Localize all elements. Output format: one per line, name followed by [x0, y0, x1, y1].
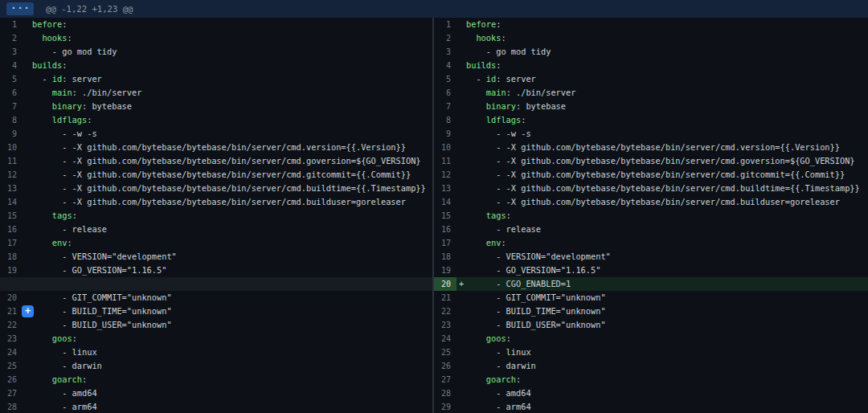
line-number[interactable]: 11	[434, 154, 457, 168]
code-line: env:	[466, 236, 868, 250]
line-number[interactable]: 15	[0, 209, 23, 223]
line-number[interactable]: 26	[434, 359, 457, 373]
line-number[interactable]: 14	[0, 195, 23, 209]
code-line: before:	[466, 18, 868, 31]
line-number[interactable]: 3	[434, 45, 457, 59]
line-number[interactable]: 9	[0, 127, 23, 141]
line-number[interactable]: 13	[434, 182, 457, 195]
line-number[interactable]: 15	[434, 209, 457, 223]
hunk-header: ··· @@ -1,22 +1,23 @@	[0, 0, 868, 18]
line-number[interactable]: 20	[0, 291, 23, 305]
code-line: env:	[32, 236, 432, 250]
code-text: - GO_VERSION="1.16.5"	[32, 265, 166, 275]
line-number[interactable]: 2	[434, 31, 457, 45]
line-number[interactable]: 5	[434, 72, 457, 86]
add-comment-button[interactable]: +	[22, 305, 34, 317]
ellipsis-icon: ···	[10, 3, 31, 13]
line-number[interactable]: 10	[434, 141, 457, 154]
line-number[interactable]: 26	[0, 373, 23, 386]
line-number[interactable]: 18	[434, 250, 457, 264]
line-number[interactable]: 20	[434, 277, 457, 291]
yaml-key: goarch	[52, 374, 82, 384]
line-number[interactable]: 11	[0, 154, 23, 168]
yaml-key: before	[466, 19, 496, 29]
diff-sign	[23, 359, 32, 373]
line-number[interactable]: 6	[0, 86, 23, 100]
line-number[interactable]: 29	[434, 400, 457, 413]
line-number[interactable]: 18	[0, 250, 23, 264]
line-number[interactable]: 17	[434, 236, 457, 250]
code-text: - -X github.com/bytebase/bytebase/bin/se…	[466, 170, 845, 179]
line-number[interactable]: 9	[434, 127, 457, 141]
line-number[interactable]: 14	[434, 195, 457, 209]
yaml-key: goarch	[486, 374, 516, 384]
code-line: goos:	[32, 332, 432, 346]
line-number[interactable]: 2	[0, 31, 23, 45]
diff-row: 13 - -X github.com/bytebase/bytebase/bin…	[434, 182, 868, 195]
diff-row: 21 - BUILD_TIME="unknown"+	[0, 305, 432, 318]
line-number[interactable]: 10	[0, 141, 23, 154]
diff-sign	[457, 59, 466, 72]
line-number[interactable]: 12	[434, 168, 457, 182]
line-number[interactable]: 28	[0, 400, 23, 413]
line-number[interactable]: 7	[434, 100, 457, 113]
line-number[interactable]: 28	[434, 386, 457, 400]
diff-pane-old: 1before:2 hooks:3 - go mod tidy4builds:5…	[0, 18, 432, 413]
line-number[interactable]: 17	[0, 236, 23, 250]
diff-sign	[457, 86, 466, 100]
line-number[interactable]: 23	[0, 332, 23, 346]
diff-sign	[23, 154, 32, 168]
code-text: - GIT_COMMIT="unknown"	[32, 292, 172, 302]
line-number[interactable]: 8	[0, 113, 23, 127]
code-line: - -X github.com/bytebase/bytebase/bin/se…	[32, 154, 432, 168]
line-number[interactable]: 27	[0, 386, 23, 400]
diff-sign	[23, 182, 32, 195]
line-number[interactable]: 21	[434, 291, 457, 305]
line-number[interactable]: 25	[434, 346, 457, 359]
line-number[interactable]: 27	[434, 373, 457, 386]
line-number[interactable]: 19	[0, 264, 23, 277]
line-number[interactable]: 23	[434, 318, 457, 332]
line-number[interactable]: 19	[434, 264, 457, 277]
line-number[interactable]: 22	[0, 318, 23, 332]
code-line: - -X github.com/bytebase/bytebase/bin/se…	[32, 182, 432, 195]
diff-row: 9 - -w -s	[0, 127, 432, 141]
line-number[interactable]: 4	[434, 59, 457, 72]
code-text: - GO_VERSION="1.16.5"	[466, 265, 600, 275]
code-line: - amd64	[32, 386, 432, 400]
code-text: - -X github.com/bytebase/bytebase/bin/se…	[466, 142, 840, 152]
diff-row: 1before:	[0, 18, 432, 31]
diff-sign	[457, 332, 466, 346]
line-number[interactable]: 16	[434, 223, 457, 236]
line-number[interactable]: 12	[0, 168, 23, 182]
line-number[interactable]: 24	[0, 346, 23, 359]
code-line: builds:	[32, 59, 432, 72]
line-number[interactable]: 7	[0, 100, 23, 113]
code-text: - -w -s	[466, 129, 531, 138]
line-number[interactable]: 25	[0, 359, 23, 373]
line-number[interactable]: 8	[434, 113, 457, 127]
yaml-key: goos	[486, 333, 506, 343]
diff-sign	[457, 154, 466, 168]
line-number[interactable]: 21	[0, 305, 23, 318]
line-number[interactable]: 3	[0, 45, 23, 59]
diff-sign	[23, 59, 32, 72]
code-text: :	[501, 238, 506, 247]
line-number[interactable]: 1	[0, 18, 23, 31]
line-number[interactable]: 24	[434, 332, 457, 346]
code-line: - CGO_ENABLED=1	[466, 277, 868, 291]
line-number[interactable]: 1	[434, 18, 457, 31]
line-number[interactable]: 16	[0, 223, 23, 236]
diff-row: 5 - id: server	[0, 72, 432, 86]
code-text: - -X github.com/bytebase/bytebase/bin/se…	[32, 142, 406, 152]
line-number[interactable]: 13	[0, 182, 23, 195]
line-number[interactable]: 5	[0, 72, 23, 86]
line-number[interactable]: 4	[0, 59, 23, 72]
diff-sign	[23, 72, 32, 86]
diff-row: 11 - -X github.com/bytebase/bytebase/bin…	[434, 154, 868, 168]
diff-row: 14 - -X github.com/bytebase/bytebase/bin…	[0, 195, 432, 209]
line-number[interactable]: 22	[434, 305, 457, 318]
line-number[interactable]: 6	[434, 86, 457, 100]
expand-hunk-button[interactable]: ···	[6, 2, 34, 15]
code-text	[466, 88, 486, 97]
